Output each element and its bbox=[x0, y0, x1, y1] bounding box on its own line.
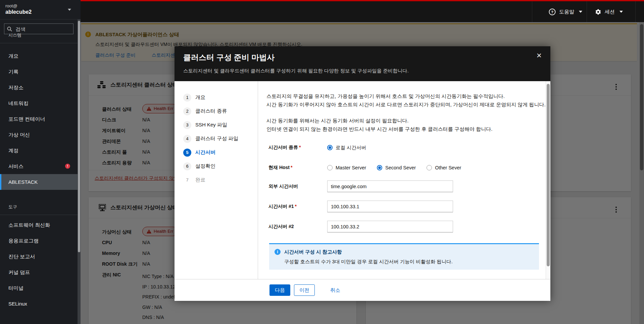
sidebar-item-overview[interactable]: 개요 bbox=[0, 48, 78, 64]
modal-scrollbar[interactable] bbox=[546, 81, 550, 279]
info-alert-title: 시간서버 구성 시 참고사항 bbox=[284, 249, 342, 255]
external-time-server-input[interactable] bbox=[327, 180, 453, 192]
modal-footer: 다음 이전 취소 bbox=[175, 279, 550, 301]
radio-icon bbox=[427, 165, 432, 170]
sidebar: root@ ablecube2 시스템 개요 기록 저장소 네트워킹 포드맨 컨… bbox=[0, 0, 81, 324]
radio-local-time-server[interactable]: 로컬 시간서버 bbox=[327, 145, 366, 151]
cluster-wizard-modal: 클러스터 구성 준비 마법사 스토리지센터 및 클라우드센터 클러스터를 구성하… bbox=[175, 46, 550, 301]
sidebar-item-selinux[interactable]: SELinux bbox=[0, 296, 78, 312]
field-time-server-type: 시간서버 종류* 로컬 시간서버 bbox=[268, 143, 377, 152]
user-name: root@ bbox=[5, 3, 75, 9]
svg-text:?: ? bbox=[551, 10, 553, 14]
sidebar-item-networking[interactable]: 네트워킹 bbox=[0, 95, 78, 111]
prev-button[interactable]: 이전 bbox=[294, 284, 315, 296]
chevron-down-icon bbox=[579, 11, 582, 13]
field-time-server-2: 시간서버 #2 bbox=[268, 221, 453, 232]
host-name: ablecube2 bbox=[5, 9, 75, 15]
close-icon[interactable]: × bbox=[537, 50, 542, 60]
modal-header: 클러스터 구성 준비 마법사 스토리지센터 및 클라우드센터 클러스터를 구성하… bbox=[175, 46, 550, 81]
sidebar-nav: 시스템 개요 기록 저장소 네트워킹 포드맨 컨테이너 가상 머신 계정 서비스… bbox=[0, 28, 81, 312]
wizard-step-7[interactable]: 7완료 bbox=[175, 173, 258, 187]
wizard-step-5[interactable]: 5시간서버 bbox=[175, 146, 258, 159]
modal-scrollbar-thumb[interactable] bbox=[547, 84, 550, 266]
sidebar-item-kernel-dump[interactable]: 커널 덤프 bbox=[0, 264, 78, 280]
step-description: 스토리지의 무결성을 유지하고, 가용성을 높이기 위해서 호스트 및 가상머신… bbox=[266, 92, 546, 133]
chevron-down-icon bbox=[620, 11, 623, 13]
radio-second-server[interactable]: Second Sever bbox=[377, 165, 416, 170]
time-server-2-input[interactable] bbox=[327, 221, 453, 232]
sidebar-item-terminal[interactable]: 터미널 bbox=[0, 280, 78, 296]
masthead: ? 도움말 세션 bbox=[81, 0, 644, 22]
info-alert-body: 구성할 호스트의 수가 3대 미만일 경우 로컬 시간서버 기능이 비활성화 됩… bbox=[284, 259, 453, 265]
nav-section-tools: 도구 bbox=[0, 199, 81, 215]
info-icon: i bbox=[275, 249, 281, 255]
search-icon bbox=[7, 26, 12, 32]
sidebar-item-podman[interactable]: 포드맨 컨테이너 bbox=[0, 111, 78, 127]
session-menu-button[interactable]: 세션 bbox=[594, 1, 635, 22]
radio-master-server[interactable]: Master Server bbox=[327, 165, 366, 170]
sidebar-search bbox=[4, 23, 73, 34]
time-server-1-input[interactable] bbox=[327, 201, 453, 212]
modal-subtitle: 스토리지센터 및 클라우드센터 클러스터를 구성하기 위해 필요한 다양한 정보… bbox=[183, 68, 409, 74]
sidebar-item-applications[interactable]: 응용프로그램 bbox=[0, 233, 78, 249]
sidebar-item-ablestack[interactable]: ABLESTACK bbox=[0, 174, 78, 190]
cancel-button[interactable]: 취소 bbox=[330, 284, 340, 296]
wizard-step-1[interactable]: 1개요 bbox=[175, 91, 258, 104]
wizard-steps: 1개요 2클러스터 종류 3SSH Key 파일 4클러스터 구성 파일 5시간… bbox=[175, 81, 258, 187]
sidebar-item-vms[interactable]: 가상 머신 bbox=[0, 127, 78, 143]
radio-other-server[interactable]: Other Sever bbox=[427, 165, 461, 170]
wizard-step-4[interactable]: 4클러스터 구성 파일 bbox=[175, 132, 258, 146]
radio-icon bbox=[327, 145, 333, 150]
next-button[interactable]: 다음 bbox=[269, 284, 290, 296]
radio-icon bbox=[327, 165, 333, 170]
search-input[interactable] bbox=[15, 26, 70, 32]
field-external-time-server: 외부 시간서버 bbox=[268, 180, 453, 192]
sidebar-item-software-updates[interactable]: 소프트웨어 최신화 bbox=[0, 217, 78, 233]
modal-title: 클러스터 구성 준비 마법사 bbox=[183, 52, 275, 63]
sidebar-item-storage[interactable]: 저장소 bbox=[0, 79, 78, 95]
gear-icon bbox=[595, 9, 601, 15]
sidebar-scrollbar[interactable] bbox=[78, 19, 81, 324]
sidebar-item-services[interactable]: 서비스 ! bbox=[0, 158, 78, 174]
session-label: 세션 bbox=[605, 9, 615, 15]
services-alert-badge: ! bbox=[65, 164, 70, 169]
wizard-step-3[interactable]: 3SSH Key 파일 bbox=[175, 118, 258, 132]
wizard-step-6[interactable]: 6설정확인 bbox=[175, 159, 258, 173]
chevron-down-icon bbox=[68, 9, 71, 11]
field-current-host: 현재 Host* Master Server Second Sever Othe… bbox=[268, 163, 472, 172]
sidebar-item-accounts[interactable]: 계정 bbox=[0, 143, 78, 158]
app-root: ? 도움말 세션 root@ ablecube2 시스템 bbox=[0, 0, 644, 324]
radio-icon bbox=[377, 165, 382, 170]
host-switcher[interactable]: root@ ablecube2 bbox=[0, 0, 81, 19]
sidebar-scrollbar-thumb[interactable] bbox=[78, 21, 80, 252]
time-server-info-alert: i 시간서버 구성 시 참고사항 구성할 호스트의 수가 3대 미만일 경우 로… bbox=[269, 243, 539, 270]
sidebar-item-diagnostic-reports[interactable]: 진단 보고서 bbox=[0, 249, 78, 264]
sidebar-item-logs[interactable]: 기록 bbox=[0, 64, 78, 79]
wizard-step-2[interactable]: 2클러스터 종류 bbox=[175, 104, 258, 118]
field-time-server-1: 시간서버 #1* bbox=[268, 201, 453, 212]
question-circle-icon: ? bbox=[549, 8, 556, 15]
help-label: 도움말 bbox=[559, 9, 574, 15]
